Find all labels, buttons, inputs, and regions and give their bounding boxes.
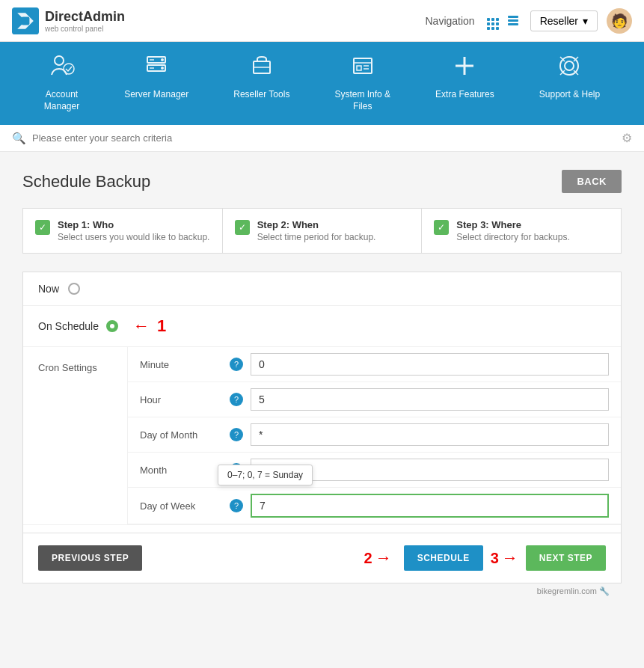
step-3-desc: Select directory for backups. xyxy=(456,232,569,242)
radio-dot-inner xyxy=(110,324,114,328)
num-2-annotation: 2 xyxy=(364,550,372,567)
step-1-desc: Select users you would like to backup. xyxy=(58,232,209,242)
nav-item-reseller-tools[interactable]: Reseller Tools xyxy=(211,42,312,125)
page-header: Schedule Backup BACK xyxy=(22,170,622,193)
back-button[interactable]: BACK xyxy=(562,170,622,193)
steps-row: ✓ Step 1: Who Select users you would lik… xyxy=(22,208,622,254)
cron-hour-input[interactable] xyxy=(251,388,609,411)
nav-item-support-help[interactable]: Support & Help xyxy=(517,42,622,125)
cron-month-row: Month ? xyxy=(128,453,621,488)
svg-point-21 xyxy=(565,61,574,70)
arrow-2-annotation: → xyxy=(375,548,392,568)
step-3-checkmark: ✓ xyxy=(434,220,449,235)
next-step-button[interactable]: NEXT STEP xyxy=(526,545,606,571)
form-section: Now On Schedule ← 1 Cron Settings Minute… xyxy=(22,272,622,583)
logo-text: DirectAdmin web control panel xyxy=(45,9,125,33)
step-2-when: ✓ Step 2: When Select time period for ba… xyxy=(223,209,423,253)
main-content: Schedule Backup BACK ✓ Step 1: Who Selec… xyxy=(0,152,644,617)
reseller-dropdown-button[interactable]: Reseller ▾ xyxy=(530,10,598,31)
cron-minute-input[interactable] xyxy=(251,353,609,376)
search-input[interactable] xyxy=(32,132,616,144)
nav-item-account-manager[interactable]: AccountManager xyxy=(22,42,102,125)
now-option-row: Now xyxy=(23,272,621,306)
cron-minute-label: Minute xyxy=(140,359,222,370)
bottom-action-bar: PREVIOUS STEP 2 → SCHEDULE 3 → NEXT STEP xyxy=(23,533,621,583)
account-manager-icon xyxy=(49,52,76,85)
step-3-where: ✓ Step 3: Where Select directory for bac… xyxy=(422,209,621,253)
svg-point-4 xyxy=(64,64,74,74)
brand-tagline: web control panel xyxy=(45,25,125,33)
now-label: Now xyxy=(38,283,59,295)
list-view-button[interactable] xyxy=(505,9,521,33)
svg-point-3 xyxy=(55,56,64,65)
logo-area: DirectAdmin web control panel xyxy=(12,7,125,34)
grid-view-button[interactable] xyxy=(484,9,502,33)
reseller-tools-icon xyxy=(248,52,275,85)
nav-item-extra-features[interactable]: Extra Features xyxy=(413,42,517,125)
day-of-month-help-button[interactable]: ? xyxy=(230,428,243,441)
step-1-title: Step 1: Who xyxy=(58,219,209,230)
schedule-button[interactable]: SCHEDULE xyxy=(404,545,483,571)
step-2-checkmark: ✓ xyxy=(235,220,250,235)
gear-icon[interactable]: ⚙ xyxy=(622,131,632,145)
svg-point-7 xyxy=(161,58,164,61)
cron-settings-label: Cron Settings xyxy=(23,347,128,524)
header-nav-right: Navigation Reseller ▾ 🧑 xyxy=(425,8,632,34)
system-info-icon xyxy=(349,52,376,85)
cron-fields: Minute ? Hour ? Day of Month ? xyxy=(128,347,621,524)
reseller-tools-label: Reseller Tools xyxy=(233,89,289,101)
account-manager-label: AccountManager xyxy=(44,89,79,112)
cron-day-of-week-row: Day of Week ? xyxy=(128,488,621,524)
num-1-annotation: 1 xyxy=(157,316,166,336)
watermark: bikegremlin.com 🔧 xyxy=(22,583,622,599)
cron-day-of-week-wrapper: 0–7; 0, 7 = Sunday Day of Week ? xyxy=(128,488,621,524)
brand-name: DirectAdmin xyxy=(45,9,125,25)
cron-hour-row: Hour ? xyxy=(128,382,621,417)
cron-day-of-month-label: Day of Month xyxy=(140,429,222,441)
nav-item-server-manager[interactable]: Server Manager xyxy=(102,42,211,125)
svg-rect-10 xyxy=(150,67,154,69)
day-of-week-help-button[interactable]: ? xyxy=(230,499,243,512)
step-1-content: Step 1: Who Select users you would like … xyxy=(58,219,209,242)
page-title: Schedule Backup xyxy=(22,172,150,191)
arrow-3-annotation: → xyxy=(502,548,518,568)
step-1-checkmark: ✓ xyxy=(35,220,50,235)
now-radio[interactable] xyxy=(68,283,80,295)
step-2-desc: Select time period for backup. xyxy=(257,232,376,242)
support-help-icon xyxy=(556,52,583,85)
previous-step-button[interactable]: PREVIOUS STEP xyxy=(38,545,142,571)
cron-day-of-month-row: Day of Month ? xyxy=(128,417,621,453)
on-schedule-option-row: On Schedule ← 1 xyxy=(23,306,621,347)
nav-item-system-info[interactable]: System Info &Files xyxy=(312,42,413,125)
svg-rect-15 xyxy=(357,66,361,70)
search-icon: 🔍 xyxy=(12,132,26,145)
right-action-buttons: 2 → SCHEDULE 3 → NEXT STEP xyxy=(364,545,606,571)
extra-features-label: Extra Features xyxy=(435,89,494,101)
arrow-1-annotation: ← xyxy=(133,316,150,336)
cron-hour-label: Hour xyxy=(140,394,222,405)
cron-minute-row: Minute ? xyxy=(128,347,621,382)
system-info-label: System Info &Files xyxy=(334,89,390,112)
cron-month-label: Month xyxy=(140,465,222,476)
top-header: DirectAdmin web control panel Navigation… xyxy=(0,0,644,42)
step-1-who: ✓ Step 1: Who Select users you would lik… xyxy=(23,209,223,253)
num-3-annotation: 3 xyxy=(491,550,499,567)
server-manager-icon xyxy=(143,52,170,85)
on-schedule-radio[interactable] xyxy=(106,320,118,332)
support-help-label: Support & Help xyxy=(539,89,600,101)
watermark-text: bikegremlin.com 🔧 xyxy=(537,586,610,595)
step-2-content: Step 2: When Select time period for back… xyxy=(257,219,376,242)
cron-day-of-week-input[interactable] xyxy=(251,494,609,518)
tooltip-text: 0–7; 0, 7 = Sunday xyxy=(218,465,313,485)
directadmin-logo-icon xyxy=(12,7,39,34)
step-2-title: Step 2: When xyxy=(257,219,376,230)
hour-help-button[interactable]: ? xyxy=(230,393,243,406)
grid-icon xyxy=(487,18,499,30)
minute-help-button[interactable]: ? xyxy=(230,358,243,371)
cron-section-layout: Cron Settings Minute ? Hour ? Day of Mon… xyxy=(23,347,621,525)
cron-day-of-week-label: Day of Week xyxy=(140,500,222,512)
svg-point-8 xyxy=(161,67,164,70)
user-avatar[interactable]: 🧑 xyxy=(607,8,632,34)
reseller-label: Reseller xyxy=(540,15,578,27)
cron-day-of-month-input[interactable] xyxy=(251,423,609,446)
